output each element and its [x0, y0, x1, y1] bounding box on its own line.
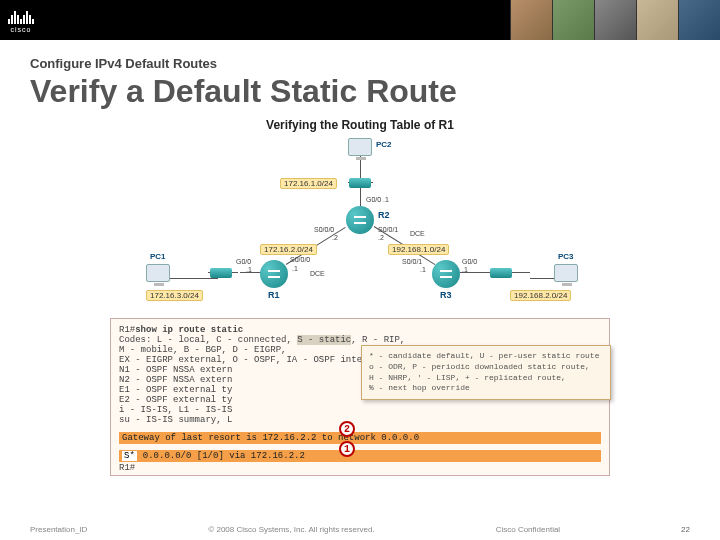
switch-icon — [349, 178, 371, 188]
pc-icon — [554, 264, 578, 282]
callout-1: 1 — [339, 441, 355, 457]
prompt: R1# — [119, 325, 135, 335]
footer-confidential: Cisco Confidential — [496, 525, 560, 534]
iface-label: S0/0/0 — [314, 226, 334, 233]
cisco-bars-icon — [8, 8, 34, 24]
iface-label: G0/0 .1 — [366, 196, 389, 203]
router-icon — [432, 260, 460, 288]
iface-label: .1 — [292, 265, 298, 272]
iface-label: S0/0/1 — [378, 226, 398, 233]
iface-label: .1 — [246, 266, 252, 273]
codes-line: i - IS-IS, L1 - IS-IS — [119, 405, 601, 415]
footer: Presentation_ID © 2008 Cisco Systems, In… — [0, 525, 720, 534]
router-icon — [260, 260, 288, 288]
device-label-r3: R3 — [440, 290, 452, 300]
iface-label: .1 — [462, 266, 468, 273]
device-label-r1: R1 — [268, 290, 280, 300]
net-label: 172.16.1.0/24 — [280, 178, 337, 189]
net-label: 192.168.1.0/24 — [388, 244, 449, 255]
codes-tail: , R - RIP, — [351, 335, 405, 345]
gateway-line: Gateway of last resort is 172.16.2.2 to … — [119, 432, 601, 444]
device-label-pc2: PC2 — [376, 140, 392, 149]
net-label: 192.168.2.0/24 — [510, 290, 571, 301]
callout-2: 2 — [339, 421, 355, 437]
route-line: S*0.0.0.0/0 [1/0] via 172.16.2.2 — [119, 450, 601, 462]
cisco-logo: cisco — [8, 8, 34, 33]
device-label-r2: R2 — [378, 210, 390, 220]
figure-title: Verifying the Routing Table of R1 — [110, 118, 610, 132]
pc-icon — [146, 264, 170, 282]
tooltip-line: % - next hop override — [369, 383, 603, 394]
router-icon — [346, 206, 374, 234]
route-code: S* — [122, 451, 137, 461]
page-number: 22 — [681, 525, 690, 534]
iface-label: .2 — [332, 234, 338, 241]
switch-icon — [490, 268, 512, 278]
figure: Verifying the Routing Table of R1 PC2 17… — [110, 118, 610, 476]
iface-label: G0/0 — [236, 258, 251, 265]
slide-body: Configure IPv4 Default Routes Verify a D… — [0, 40, 720, 476]
device-label-pc1: PC1 — [150, 252, 166, 261]
iface-label: G0/0 — [462, 258, 477, 265]
dce-label: DCE — [410, 230, 425, 237]
terminal-output: R1#show ip route static Codes: L - local… — [110, 318, 610, 476]
iface-label: .2 — [378, 234, 384, 241]
iface-label: S0/0/1 — [402, 258, 422, 265]
page-title: Verify a Default Static Route — [30, 73, 690, 110]
brand-text: cisco — [11, 26, 32, 33]
top-bar: cisco — [0, 0, 720, 40]
codes-static: S - static — [297, 335, 351, 345]
breadcrumb: Configure IPv4 Default Routes — [30, 56, 690, 71]
tooltip-line: * - candidate default, U - per-user stat… — [369, 351, 603, 362]
tooltip-line: o - ODR, P - periodic downloaded static … — [369, 362, 603, 373]
network-topology: PC2 172.16.1.0/24 R2 G0/0 .1 S0/0/0 .2 S… — [110, 138, 610, 318]
switch-icon — [210, 268, 232, 278]
tooltip-line: H - NHRP, ' - LISP, + - replicated route… — [369, 373, 603, 384]
codes-line: su - IS-IS summary, L — [119, 415, 601, 425]
codes-tooltip: * - candidate default, U - per-user stat… — [361, 345, 611, 400]
footer-copyright: © 2008 Cisco Systems, Inc. All rights re… — [208, 525, 374, 534]
footer-left: Presentation_ID — [30, 525, 87, 534]
net-label: 172.16.2.0/24 — [260, 244, 317, 255]
iface-label: S0/0/0 — [290, 256, 310, 263]
codes-line: Codes: L - local, C - connected, — [119, 335, 297, 345]
iface-label: .1 — [420, 266, 426, 273]
device-label-pc3: PC3 — [558, 252, 574, 261]
pc-icon — [348, 138, 372, 156]
prompt: R1# — [119, 463, 601, 473]
net-label: 172.16.3.0/24 — [146, 290, 203, 301]
command: show ip route static — [135, 325, 243, 335]
route-text: 0.0.0.0/0 [1/0] via 172.16.2.2 — [143, 451, 305, 461]
header-photo-strip — [510, 0, 720, 40]
dce-label: DCE — [310, 270, 325, 277]
